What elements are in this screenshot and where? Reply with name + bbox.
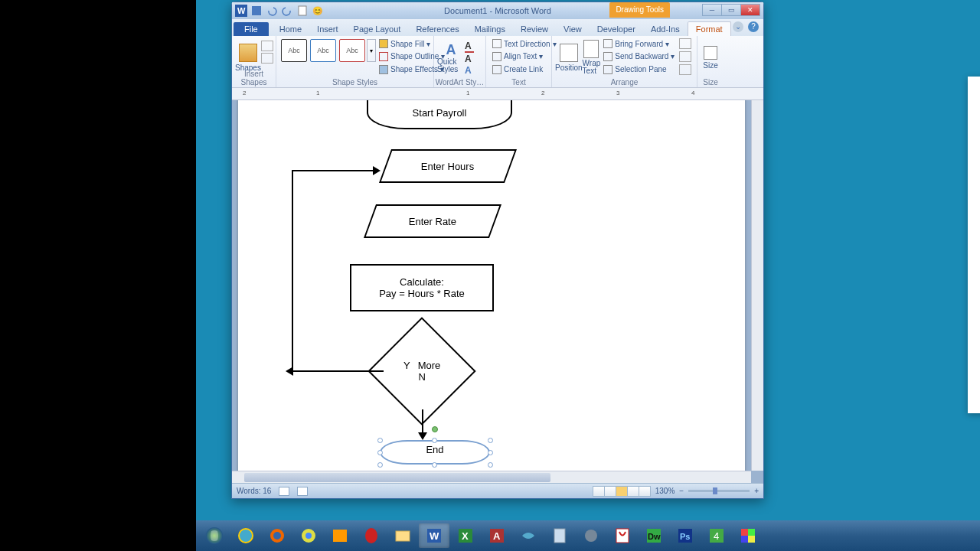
shape-end[interactable]: End [380, 440, 490, 465]
save-icon[interactable] [250, 5, 263, 17]
taskbar-opera[interactable] [356, 523, 387, 548]
zoom-out[interactable]: − [679, 487, 684, 495]
taskbar-app4[interactable] [733, 523, 763, 548]
sel-handle-e[interactable] [488, 450, 493, 455]
taskbar-dreamweaver[interactable]: Dw [639, 523, 669, 548]
maximize-button[interactable]: ▭ [721, 4, 741, 16]
zoom-level[interactable]: 130% [655, 487, 675, 495]
wrap-text-button[interactable]: Wrap Text [583, 37, 601, 77]
edit-shape-icon[interactable] [261, 41, 273, 51]
quick-styles-button[interactable]: A Quick Styles [437, 37, 465, 77]
tab-page-layout[interactable]: Page Layout [346, 22, 409, 36]
taskbar-firefox[interactable] [262, 523, 292, 548]
shape-calculate[interactable]: Calculate: Pay = Hours * Rate [350, 264, 494, 311]
tab-format[interactable]: Format [688, 21, 731, 36]
group-button[interactable] [679, 51, 691, 62]
sel-handle-s[interactable] [432, 462, 437, 468]
taskbar-outlook[interactable] [325, 523, 355, 548]
taskbar-chrome[interactable] [293, 523, 324, 548]
text-direction-button[interactable]: Text Direction ▾ [492, 38, 557, 50]
taskbar: W X A Dw Ps 4 [196, 520, 980, 551]
create-link-button[interactable]: Create Link [492, 64, 557, 75]
size-button[interactable]: Size [701, 37, 720, 77]
style-gallery-more[interactable]: ▾ [367, 39, 376, 62]
svg-rect-29 [748, 529, 755, 536]
text-effects-icon[interactable]: A [465, 65, 474, 76]
tab-add-ins[interactable]: Add-Ins [643, 22, 688, 36]
text-outline-icon[interactable]: A [465, 54, 474, 64]
text-fill-icon[interactable]: A [465, 41, 474, 53]
sel-handle-sw[interactable] [377, 462, 383, 468]
taskbar-app3[interactable]: 4 [701, 523, 732, 548]
document-area[interactable]: Start Payroll Enter Hours Enter Rate Cal… [232, 100, 763, 483]
titlebar[interactable]: W 😊 Document1 - Microsoft Word Drawing T… [232, 2, 763, 19]
shape-enter-rate[interactable]: Enter Rate [364, 204, 501, 238]
align-icon [492, 52, 501, 61]
shape-start[interactable]: Start Payroll [367, 100, 512, 129]
view-outline[interactable] [627, 486, 639, 497]
tab-review[interactable]: Review [513, 22, 556, 36]
taskbar-app2[interactable] [576, 523, 606, 548]
window-controls: ─ ▭ ✕ [703, 4, 760, 16]
selection-pane-button[interactable]: Selection Pane [603, 64, 675, 75]
taskbar-ie[interactable] [230, 523, 261, 548]
help-icon[interactable]: ? [748, 21, 759, 32]
taskbar-notepad[interactable] [544, 523, 575, 548]
tab-view[interactable]: View [556, 22, 590, 36]
proofing-icon[interactable] [279, 487, 289, 496]
scroll-thumb[interactable] [244, 473, 550, 482]
selection-icon [603, 65, 612, 74]
new-icon[interactable] [296, 5, 309, 17]
style-swatch-1[interactable]: Abc [281, 39, 307, 62]
zoom-slider[interactable] [688, 490, 750, 492]
sel-handle-nw[interactable] [377, 438, 383, 443]
view-print-layout[interactable] [593, 486, 605, 497]
shape-enter-hours[interactable]: Enter Hours [379, 149, 517, 183]
taskbar-app1[interactable] [513, 523, 544, 548]
view-full-screen[interactable] [604, 486, 616, 497]
rotate-button[interactable] [679, 64, 691, 75]
taskbar-acrobat[interactable] [607, 523, 638, 548]
taskbar-explorer[interactable] [387, 523, 418, 548]
vertical-scrollbar[interactable] [751, 100, 763, 471]
sel-handle-w[interactable] [377, 450, 383, 455]
style-swatch-2[interactable]: Abc [310, 39, 336, 62]
minimize-ribbon-icon[interactable]: ⌄ [733, 21, 743, 32]
send-backward-button[interactable]: Send Backward ▾ [603, 51, 675, 62]
sel-handle-n[interactable] [432, 438, 437, 443]
tab-references[interactable]: References [408, 22, 466, 36]
horizontal-scrollbar[interactable] [232, 471, 751, 483]
bring-forward-button[interactable]: Bring Forward ▾ [603, 38, 675, 50]
text-box-icon[interactable] [261, 53, 273, 64]
statusbar: Words: 16 130% − + [232, 483, 763, 498]
taskbar-photoshop[interactable]: Ps [670, 523, 701, 548]
align-button[interactable] [679, 38, 691, 49]
rotation-handle[interactable] [432, 426, 438, 432]
align-text-button[interactable]: Align Text ▾ [492, 51, 557, 62]
start-button[interactable] [199, 523, 230, 548]
taskbar-excel[interactable]: X [450, 523, 481, 548]
tab-mailings[interactable]: Mailings [467, 22, 513, 36]
view-web-layout[interactable] [616, 486, 628, 497]
macro-icon[interactable] [297, 487, 308, 496]
undo-icon[interactable] [266, 5, 278, 17]
style-swatch-3[interactable]: Abc [339, 39, 365, 62]
tab-home[interactable]: Home [272, 22, 309, 36]
sel-handle-ne[interactable] [488, 438, 493, 443]
position-button[interactable]: Position [555, 37, 583, 77]
view-draft[interactable] [639, 486, 651, 497]
horizontal-ruler[interactable]: 2 1 1 2 3 4 [232, 88, 763, 100]
zoom-in[interactable]: + [754, 487, 759, 495]
file-tab[interactable]: File [234, 22, 269, 36]
taskbar-access[interactable]: A [482, 523, 512, 548]
sel-handle-se[interactable] [488, 462, 493, 468]
tab-insert[interactable]: Insert [309, 22, 346, 36]
minimize-button[interactable]: ─ [702, 4, 722, 16]
taskbar-word[interactable]: W [419, 523, 449, 548]
svg-rect-31 [748, 536, 755, 543]
tab-developer[interactable]: Developer [590, 22, 643, 36]
redo-icon[interactable] [281, 5, 293, 17]
close-button[interactable]: ✕ [740, 4, 760, 16]
emoji-icon[interactable]: 😊 [312, 5, 324, 17]
word-count[interactable]: Words: 16 [237, 487, 271, 495]
